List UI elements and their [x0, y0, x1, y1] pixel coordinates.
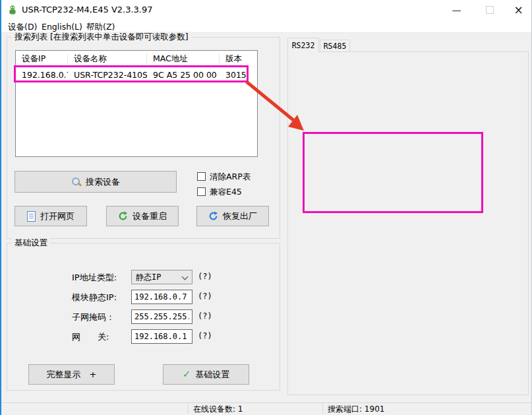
maximize-icon: [486, 6, 494, 14]
tab-rs485-label: RS485: [324, 42, 347, 51]
menu-bar: 设备(D) English(L) 帮助(Z): [1, 20, 531, 33]
minimize-button[interactable]: —: [442, 0, 471, 20]
compat-e45-label: 兼容E45: [210, 187, 242, 198]
device-list-header: 设备IP 设备名称 MAC地址 版本: [16, 51, 257, 67]
search-device-label: 搜索设备: [86, 176, 120, 188]
column-device-ip[interactable]: 设备IP: [16, 53, 68, 64]
device-mac: 9C A5 25 00 00 2C: [147, 70, 220, 80]
status-divider-1: [188, 404, 189, 414]
restart-icon: [118, 211, 128, 221]
subnet-input[interactable]: [131, 309, 192, 324]
basic-settings-title: 基础设置: [12, 238, 50, 249]
device-ip: 192.168.0.7: [16, 70, 68, 80]
close-button[interactable]: ×: [504, 0, 532, 20]
static-ip-input[interactable]: [131, 290, 192, 304]
help-subnet[interactable]: (?): [198, 311, 212, 321]
factory-reset-icon: [208, 211, 218, 221]
status-divider-2: [322, 404, 323, 414]
column-device-name[interactable]: 设备名称: [68, 53, 147, 64]
static-ip-label: 模块静态IP:: [72, 292, 117, 303]
gateway-label: 网 关:: [72, 331, 109, 343]
check-icon: ✓: [183, 369, 191, 379]
tab-rs232-label: RS232: [292, 41, 315, 50]
title-bar: USR-TCP232-M4,E45 V2.3.3.97 — ×: [1, 0, 531, 20]
webpage-icon: [27, 211, 36, 222]
clear-arp-checkbox[interactable]: [197, 172, 206, 181]
device-list[interactable]: 设备IP 设备名称 MAC地址 版本 192.168.0.7 USR-TCP23…: [15, 50, 258, 157]
search-list-group-title: 搜索列表 [在搜索列表中单击设备即可读取参数]: [12, 32, 191, 43]
column-version[interactable]: 版本: [220, 53, 257, 64]
full-display-label: 完整显示 +: [47, 369, 97, 381]
maximize-button[interactable]: [475, 0, 504, 20]
open-webpage-label: 打开网页: [40, 210, 74, 222]
tab-rs232[interactable]: RS232: [287, 38, 319, 52]
help-ip-type[interactable]: (?): [198, 272, 212, 281]
tab-rs485[interactable]: RS485: [320, 40, 350, 52]
app-window: USR-TCP232-M4,E45 V2.3.3.97 — × 设备(D) En…: [0, 0, 532, 415]
device-version: 3015: [220, 70, 257, 80]
clear-arp-label: 清除ARP表: [210, 172, 251, 183]
subnet-label: 子网掩码 :: [72, 311, 112, 323]
column-mac[interactable]: MAC地址: [147, 53, 220, 64]
basic-set-button[interactable]: ✓ 基础设置: [163, 364, 249, 385]
search-icon: [71, 177, 81, 187]
search-device-button[interactable]: 搜索设备: [15, 171, 177, 193]
window-title: USR-TCP232-M4,E45 V2.3.3.97: [22, 5, 153, 15]
restart-device-label: 设备重启: [133, 210, 167, 222]
ip-type-select[interactable]: 静态IP: [131, 270, 192, 284]
search-port-status: 搜索端口: 1901: [328, 404, 384, 415]
help-static-ip[interactable]: (?): [198, 292, 212, 301]
device-name: USR-TCP232-410S: [68, 70, 147, 80]
status-bar: [1, 402, 531, 415]
restart-device-button[interactable]: 设备重启: [106, 206, 179, 226]
ip-type-label: IP地址类型:: [72, 272, 117, 284]
device-row[interactable]: 192.168.0.7 USR-TCP232-410S 9C A5 25 00 …: [16, 67, 257, 82]
help-gateway[interactable]: (?): [198, 331, 212, 340]
compat-e45-checkbox[interactable]: [197, 187, 206, 196]
factory-reset-button[interactable]: 恢复出厂: [196, 206, 269, 226]
full-display-button[interactable]: 完整显示 +: [28, 364, 115, 385]
menu-english[interactable]: English(L): [39, 21, 85, 32]
online-device-count: 在线设备数: 1: [193, 404, 243, 415]
minimize-icon: —: [452, 5, 461, 15]
close-icon: ×: [514, 3, 523, 16]
factory-reset-label: 恢复出厂: [223, 210, 257, 222]
ip-type-value: 静态IP: [136, 272, 161, 283]
gateway-input[interactable]: [131, 329, 192, 344]
open-webpage-button[interactable]: 打开网页: [15, 206, 87, 226]
app-icon: [7, 5, 18, 15]
basic-set-label: 基础设置: [195, 369, 229, 381]
port-settings-panel: [287, 51, 529, 395]
